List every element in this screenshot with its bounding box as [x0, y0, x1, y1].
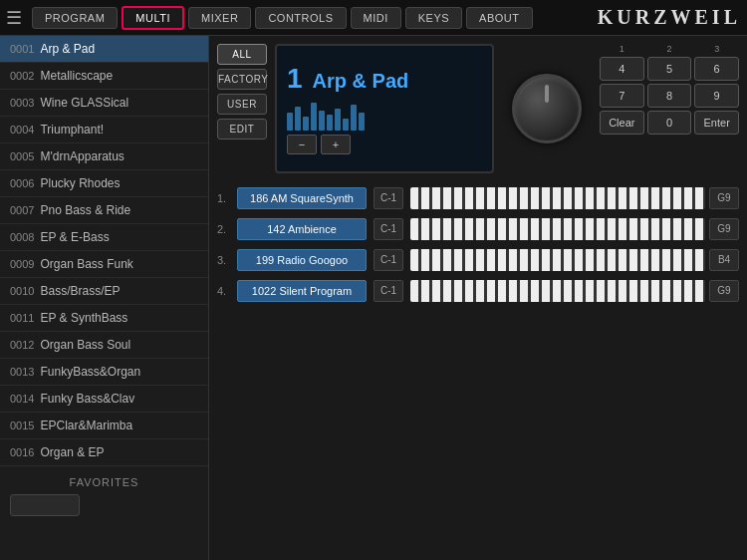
nav-program-button[interactable]: PROGRAM [32, 7, 118, 29]
zone-row-3: 3. 199 Radio Googoo C-1 B4 [217, 247, 739, 273]
program-item-0011[interactable]: 0011EP & SynthBass [0, 305, 208, 332]
zone-2-end-key: G9 [709, 218, 739, 240]
zone-4-end-key: G9 [709, 280, 739, 302]
zone-num-1: 1. [217, 192, 233, 204]
zone-1-program-button[interactable]: 186 AM SquareSynth [237, 187, 367, 209]
menu-icon[interactable]: ☰ [6, 7, 22, 29]
zone-4-program-button[interactable]: 1022 Silent Program [237, 280, 367, 302]
zone-1-start-key: C-1 [374, 187, 403, 209]
minus-button[interactable]: − [287, 135, 317, 154]
display-program-number: 1 [287, 63, 303, 95]
zone-4-keyboard [410, 280, 705, 302]
zone-row-1: 1. 186 AM SquareSynth C-1 G9 [217, 185, 739, 211]
program-list: 0001Arp & Pad 0002Metallicscape 0003Wine… [0, 36, 209, 560]
zone-row-2: 2. 142 Ambience C-1 G9 [217, 216, 739, 242]
numpad-col3-label: 3 [694, 44, 739, 54]
nav-keys-button[interactable]: KEYS [405, 7, 462, 29]
favorites-section: FAVORITES [0, 466, 208, 526]
numpad-clear[interactable]: Clear [600, 111, 644, 135]
zone-num-2: 2. [217, 223, 233, 235]
display-controls: − + [287, 135, 482, 154]
zone-2-program-button[interactable]: 142 Ambience [237, 218, 367, 240]
zone-2-keyboard [410, 218, 705, 240]
zone-2-start-key: C-1 [374, 218, 403, 240]
zone-1-end-key: G9 [709, 187, 739, 209]
all-filter-button[interactable]: ALL [217, 44, 267, 65]
program-item-0003[interactable]: 0003Wine GLASSical [0, 90, 208, 117]
display-screen: 1 Arp & Pad − + [275, 44, 494, 173]
numpad-5[interactable]: 5 [647, 57, 692, 81]
filter-buttons: ALL FACTORY USER EDIT [217, 44, 267, 173]
program-item-0002[interactable]: 0002Metallicscape [0, 63, 208, 90]
zone-row-4: 4. 1022 Silent Program C-1 G9 [217, 278, 739, 304]
main-knob[interactable] [512, 74, 582, 143]
main-panel: 0001Arp & Pad 0002Metallicscape 0003Wine… [0, 36, 747, 560]
bar-2 [295, 107, 301, 131]
numpad-col2-label: 2 [647, 44, 692, 54]
program-item-0014[interactable]: 0014Funky Bass&Clav [0, 386, 208, 413]
user-filter-button[interactable]: USER [217, 94, 267, 115]
zone-3-program-button[interactable]: 199 Radio Googoo [237, 249, 367, 271]
display-bars [287, 103, 482, 131]
nav-controls-button[interactable]: CONTROLS [255, 7, 346, 29]
zone-num-4: 4. [217, 285, 233, 297]
zone-1-keyboard [410, 187, 705, 209]
program-item-0001[interactable]: 0001Arp & Pad [0, 36, 208, 63]
controls-area: ALL FACTORY USER EDIT 1 Arp & Pad [209, 36, 747, 181]
program-item-0004[interactable]: 0004Triumphant! [0, 117, 208, 143]
program-item-0013[interactable]: 0013FunkyBass&Organ [0, 359, 208, 386]
nav-multi-button[interactable]: MULTI [122, 6, 184, 30]
program-item-0006[interactable]: 0006Plucky Rhodes [0, 170, 208, 197]
display-program-name: Arp & Pad [313, 70, 409, 93]
nav-mixer-button[interactable]: MIXER [188, 7, 251, 29]
program-item-0015[interactable]: 0015EPClar&Marimba [0, 413, 208, 439]
numpad-container: 1 2 3 4 5 6 7 8 9 Clear 0 Enter [600, 44, 739, 173]
program-item-0012[interactable]: 0012Organ Bass Soul [0, 332, 208, 359]
zone-3-end-key: B4 [709, 249, 739, 271]
zones-area: 1. 186 AM SquareSynth C-1 G9 2. 142 Ambi… [209, 181, 747, 560]
edit-button[interactable]: EDIT [217, 119, 267, 140]
bar-6 [327, 115, 333, 131]
bar-4 [311, 103, 317, 131]
program-num: 0001 [10, 43, 34, 55]
numpad-8[interactable]: 8 [647, 84, 692, 108]
bar-8 [343, 119, 349, 131]
zone-num-3: 3. [217, 254, 233, 266]
knob-area [502, 44, 592, 173]
program-item-0010[interactable]: 0010Bass/Brass/EP [0, 278, 208, 305]
brand-logo: KURZWEIL [598, 6, 741, 29]
top-navigation: ☰ PROGRAM MULTI MIXER CONTROLS MIDI KEYS… [0, 0, 747, 36]
numpad-7[interactable]: 7 [600, 84, 644, 108]
bar-3 [303, 117, 309, 131]
numpad-enter[interactable]: Enter [694, 111, 739, 135]
plus-button[interactable]: + [321, 135, 351, 154]
program-item-0005[interactable]: 0005M'drnApparatus [0, 143, 208, 170]
program-item-0008[interactable]: 0008EP & E-Bass [0, 224, 208, 251]
numpad-col1-label: 1 [600, 44, 644, 54]
right-panel: ALL FACTORY USER EDIT 1 Arp & Pad [209, 36, 747, 560]
numpad-9[interactable]: 9 [694, 84, 739, 108]
nav-midi-button[interactable]: MIDI [351, 7, 401, 29]
bar-1 [287, 113, 293, 131]
bar-10 [359, 113, 365, 131]
numpad-0[interactable]: 0 [647, 111, 692, 135]
program-item-0007[interactable]: 0007Pno Bass & Ride [0, 197, 208, 224]
zone-3-start-key: C-1 [374, 249, 403, 271]
nav-about-button[interactable]: ABOUT [466, 7, 532, 29]
bar-5 [319, 111, 325, 131]
program-item-0009[interactable]: 0009Organ Bass Funk [0, 251, 208, 278]
bar-9 [351, 105, 357, 131]
zone-3-keyboard [410, 249, 705, 271]
program-item-0016[interactable]: 0016Organ & EP [0, 439, 208, 466]
factory-filter-button[interactable]: FACTORY [217, 69, 267, 90]
bar-7 [335, 109, 341, 131]
favorites-label: FAVORITES [10, 476, 198, 488]
favorites-button[interactable] [10, 494, 80, 516]
numpad-4[interactable]: 4 [600, 57, 644, 81]
zone-4-start-key: C-1 [374, 280, 403, 302]
numpad-6[interactable]: 6 [694, 57, 739, 81]
